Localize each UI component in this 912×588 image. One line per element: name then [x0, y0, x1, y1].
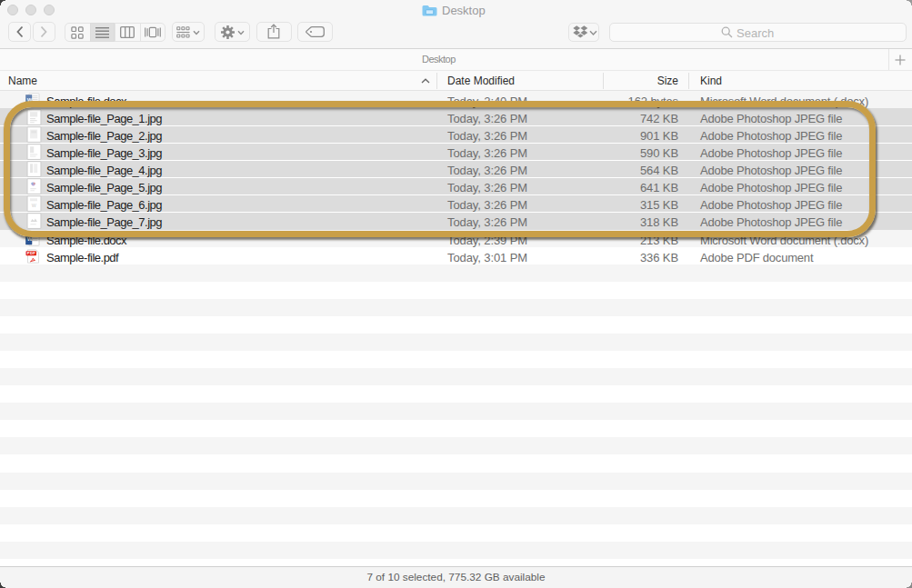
svg-text:PDF: PDF [27, 251, 35, 255]
